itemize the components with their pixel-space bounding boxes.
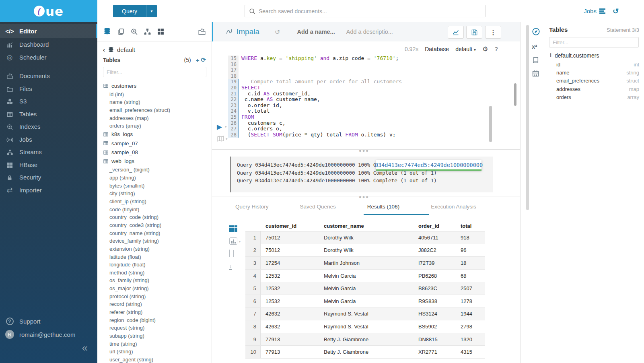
collapse-sidebar-icon[interactable]: « bbox=[82, 342, 88, 354]
editor-scrollbar[interactable] bbox=[489, 106, 492, 142]
assist-column-item[interactable]: city (string) bbox=[97, 190, 212, 198]
nav-item-tables[interactable]: Tables bbox=[0, 108, 97, 121]
tab-results-106-[interactable]: Results (106) bbox=[367, 204, 399, 210]
assist-column-item[interactable]: addresses (map) bbox=[97, 114, 212, 122]
assist-column-item[interactable]: country_code (string) bbox=[97, 213, 212, 221]
documents-tab-icon[interactable] bbox=[117, 28, 125, 35]
nav-item-security[interactable]: Security bbox=[0, 171, 97, 184]
assist-column-item[interactable]: country_name (string) bbox=[97, 229, 212, 237]
assist-column-item[interactable]: device_family (string) bbox=[97, 237, 212, 245]
table-row[interactable]: 175012Dorothy Wilk4056711918 bbox=[245, 231, 485, 244]
assist-column-item[interactable]: protocol (string) bbox=[97, 292, 212, 300]
format-map-icon[interactable] bbox=[217, 135, 224, 142]
nav-item-indexes[interactable]: Indexes bbox=[0, 120, 97, 133]
save-button[interactable] bbox=[466, 26, 482, 39]
execute-caret-icon[interactable]: ▾ bbox=[225, 125, 227, 129]
resize-handle[interactable]: ●●● bbox=[359, 194, 369, 199]
assist-column-item[interactable]: os_major (string) bbox=[97, 285, 212, 293]
assist-column-item[interactable]: subapp (string) bbox=[97, 332, 212, 340]
table-row[interactable]: 977913Betty J. GiambroneDN88151320 bbox=[245, 333, 485, 346]
assist-column-item[interactable]: name (string) bbox=[97, 98, 212, 106]
support-link[interactable]: ? Support bbox=[0, 315, 97, 328]
nav-item-s3[interactable]: S3 bbox=[0, 95, 97, 108]
query-id-link[interactable]: 034d413ec7474ed5:4249de1000000000 bbox=[376, 160, 481, 171]
right-column-item[interactable]: addressesmap bbox=[549, 85, 639, 93]
tab-query-history[interactable]: Query History bbox=[235, 204, 269, 210]
assist-column-item[interactable]: email_preferences (struct) bbox=[97, 106, 212, 114]
assist-table-item[interactable]: customers bbox=[97, 81, 212, 90]
table-row[interactable]: 412532Melvin GarciaPB626868 bbox=[245, 270, 485, 283]
assist-column-item[interactable]: time (string) bbox=[97, 340, 212, 348]
global-search[interactable] bbox=[245, 5, 486, 17]
resize-handle[interactable]: ●●● bbox=[359, 148, 369, 153]
sql-editor[interactable]: 15WHERE a.key = 'shipping' and a.zip_cod… bbox=[228, 56, 402, 138]
open-folder-icon[interactable] bbox=[198, 28, 206, 36]
assist-column-item[interactable]: client_ip (string) bbox=[97, 198, 212, 206]
assist-table-item[interactable]: sample_07 bbox=[97, 139, 212, 148]
active-table-row[interactable]: i default.customers bbox=[549, 51, 639, 60]
assist-column-item[interactable]: record (string) bbox=[97, 300, 212, 308]
help-icon[interactable]: ? bbox=[494, 46, 498, 52]
database-select[interactable]: default ▾ bbox=[455, 46, 476, 52]
assist-column-item[interactable]: code (tinyint) bbox=[97, 205, 212, 213]
table-row[interactable]: 1077913Betty J. GiambroneXR27714315 bbox=[245, 346, 485, 359]
assist-table-item[interactable]: k8s_logs bbox=[97, 130, 212, 139]
back-chevron-icon[interactable]: ‹ bbox=[103, 46, 105, 53]
query-dropdown-caret-icon[interactable]: ▾ bbox=[146, 5, 157, 17]
breadcrumb[interactable]: default bbox=[117, 46, 135, 53]
history-icon[interactable]: ↺ bbox=[613, 7, 619, 16]
assist-column-item[interactable]: _version_ (bigint) bbox=[97, 166, 212, 174]
assist-table-item[interactable]: web_logs bbox=[97, 157, 212, 166]
query-name-field[interactable]: Add a name... bbox=[297, 29, 335, 35]
tab-saved-queries[interactable]: Saved Queries bbox=[300, 204, 336, 210]
right-column-item[interactable]: idint bbox=[549, 60, 639, 68]
kebab-menu-icon[interactable]: ⋮ bbox=[485, 26, 501, 39]
assist-column-item[interactable]: country_code3 (string) bbox=[97, 221, 212, 229]
right-filter-input[interactable] bbox=[549, 37, 639, 47]
column-header[interactable]: order_id bbox=[414, 223, 456, 229]
table-row[interactable]: 317254Martin JohnsonI72T3918 bbox=[245, 257, 485, 270]
assist-column-item[interactable]: request (string) bbox=[97, 324, 212, 332]
settings-gear-icon[interactable]: ⚙ bbox=[482, 45, 488, 53]
column-header[interactable]: customer_id bbox=[261, 223, 319, 229]
add-table-icon[interactable]: + bbox=[196, 57, 200, 64]
assist-column-item[interactable]: os_family (string) bbox=[97, 276, 212, 285]
query-button[interactable]: Query ▾ bbox=[113, 5, 157, 17]
info-icon[interactable]: i bbox=[550, 52, 551, 59]
assist-column-item[interactable]: referer (string) bbox=[97, 308, 212, 316]
hue-logo[interactable]: ( ue bbox=[0, 0, 97, 22]
assist-column-item[interactable]: longitude (float) bbox=[97, 261, 212, 269]
assist-column-item[interactable]: user_agent (string) bbox=[97, 356, 212, 363]
query-description-field[interactable]: Add a descriptio... bbox=[346, 29, 393, 35]
chart-view-icon[interactable]: ▾ bbox=[229, 237, 241, 245]
table-row[interactable]: 275012Dorothy WilkJ882C296 bbox=[245, 244, 485, 257]
assist-table-item[interactable]: sample_08 bbox=[97, 148, 212, 157]
page-scrollbar[interactable] bbox=[526, 25, 529, 210]
nav-item-dashboard[interactable]: Dashboard bbox=[0, 38, 97, 51]
right-column-item[interactable]: ordersarray bbox=[549, 93, 639, 101]
assist-column-item[interactable]: orders (array) bbox=[97, 122, 212, 130]
format-caret-icon[interactable]: ▾ bbox=[226, 137, 228, 141]
nav-item-importer[interactable]: ⇄ Importer bbox=[0, 184, 97, 197]
table-row[interactable]: 612532Melvin GarciaR9S8381278 bbox=[245, 295, 485, 308]
download-icon[interactable]: ↓ bbox=[229, 262, 241, 270]
tab-execution-analysis[interactable]: Execution Analysis bbox=[431, 204, 476, 210]
assist-column-item[interactable]: latitude (float) bbox=[97, 253, 212, 261]
nav-item-files[interactable]: Files bbox=[0, 82, 97, 95]
query-history-icon[interactable]: ↺ bbox=[275, 28, 280, 36]
refresh-icon[interactable]: ⟳ bbox=[201, 56, 206, 64]
column-header[interactable]: total bbox=[456, 223, 485, 229]
nav-item-hbase[interactable]: HBase bbox=[0, 159, 97, 171]
assist-filter-input[interactable] bbox=[103, 67, 206, 77]
table-row[interactable]: 512532Melvin GarciaB8623C2507 bbox=[245, 282, 485, 295]
chart-button[interactable] bbox=[448, 26, 464, 39]
compass-tab-icon[interactable] bbox=[532, 27, 540, 36]
apps-tab-icon[interactable] bbox=[157, 28, 165, 35]
schedule-tab-icon[interactable] bbox=[532, 70, 539, 77]
functions-tab-icon[interactable]: x² bbox=[532, 43, 537, 50]
columns-view-icon[interactable] bbox=[229, 250, 241, 257]
column-header[interactable]: customer_name bbox=[319, 223, 414, 229]
table-row[interactable]: 842632Raymond S. VestalBS59022798 bbox=[245, 320, 485, 333]
assist-column-item[interactable]: id (int) bbox=[97, 90, 212, 98]
sitemap-tab-icon[interactable] bbox=[144, 28, 151, 35]
